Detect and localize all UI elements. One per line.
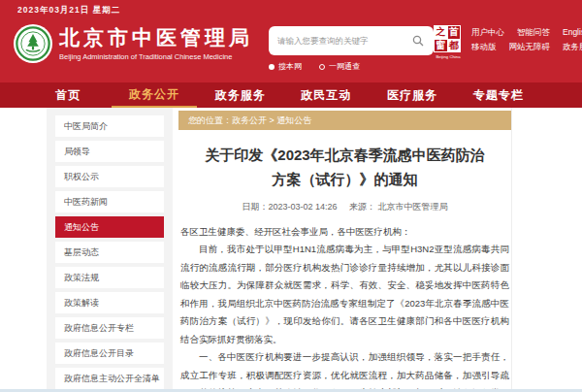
beijing-portal-seal-logo[interactable]: 之 首 窗 都 Beijing China <box>434 25 463 59</box>
sidebar-item-policies[interactable]: 政策法规 <box>55 267 164 288</box>
main-nav: 首页 政务公开 政务服务 政民互动 医疗服务 专题专栏 <box>0 82 582 108</box>
sidebar-item-info-disclosure-catalog[interactable]: 政府信息公开目录 <box>55 343 164 364</box>
sidebar-item-leadership[interactable]: 局领导 <box>55 141 164 162</box>
site-header: 2023年03月21日 星期二 北京市中医管理局 Beijing Adminis… <box>0 0 582 82</box>
sidebar-item-info-disclosure-list[interactable]: 政府信息主动公开全清单 <box>55 368 164 389</box>
article-body: 各区卫生健康委、经开区社会事业局，各中医医疗机构： 目前，我市处于以甲型H1N1… <box>180 223 509 392</box>
radio-label-this-site: 搜本网 <box>278 61 302 72</box>
radio-unselected-icon <box>319 64 325 70</box>
site-title: 北京市中医管理局 <box>59 26 253 49</box>
site-subtitle: Beijing Administration of Traditional Ch… <box>59 52 253 61</box>
radio-label-all-sites: 一网通查 <box>329 61 360 72</box>
nav-item-special-topics[interactable]: 专题专栏 <box>455 82 541 108</box>
current-date: 2023年03月21日 星期二 <box>17 5 120 16</box>
agency-emblem-icon <box>14 24 52 63</box>
article-date: 日期：2023-03-02 14:26 <box>242 202 337 212</box>
article-paragraph: 一、各中医医疗机构要进一步提高认识，加强组织领导，落实一把手责任，成立工作专班，… <box>180 348 509 392</box>
link-english[interactable]: English <box>563 25 582 40</box>
search-bar <box>269 26 434 55</box>
sidebar-item-tcm-news[interactable]: 中医药新闻 <box>55 191 164 212</box>
nav-item-home[interactable]: 首页 <box>25 82 112 108</box>
article-meta: 日期：2023-03-02 14:26 来源： 北京市中医管理局 <box>178 201 511 213</box>
nav-item-medical-services[interactable]: 医疗服务 <box>370 82 456 108</box>
link-mobile-version[interactable]: 移动版 <box>471 40 497 54</box>
seal-char: 首 <box>448 26 461 39</box>
article-source: 来源： 北京市中医管理局 <box>349 202 448 212</box>
page-body: 中医局简介 局领导 职权公示 中医药新闻 通知公告 基层动态 政策法规 政策解读… <box>0 108 582 389</box>
nav-item-gov-disclosure[interactable]: 政务公开 <box>112 82 198 108</box>
sidebar-item-policy-interpretation[interactable]: 政策解读 <box>55 292 164 313</box>
seal-char: 之 <box>435 26 447 39</box>
nav-item-public-interaction[interactable]: 政民互动 <box>283 82 370 108</box>
sidebar-item-duties[interactable]: 职权公示 <box>55 166 164 187</box>
sidebar-item-notices[interactable]: 通知公告 <box>55 216 164 238</box>
radio-selected-icon <box>269 64 275 70</box>
site-logo-home-link[interactable]: 北京市中医管理局 Beijing Administration of Tradi… <box>14 24 253 63</box>
seal-caption: Beijing China <box>436 53 461 58</box>
radio-search-all-sites[interactable]: 一网通查 <box>319 61 360 72</box>
link-gov-services[interactable]: 政务服务网 <box>563 40 582 54</box>
sidebar-menu: 中医局简介 局领导 职权公示 中医药新闻 通知公告 基层动态 政策法规 政策解读… <box>47 108 173 389</box>
article-paragraph: 各区卫生健康委、经开区社会事业局，各中医医疗机构： <box>180 223 509 242</box>
sidebar-item-about[interactable]: 中医局简介 <box>55 115 164 137</box>
search-input[interactable] <box>277 36 411 46</box>
link-accessibility[interactable]: 网站无障碍 <box>509 40 551 54</box>
link-smart-qa[interactable]: 智能问答 <box>517 25 550 40</box>
article-title: 关于印发《2023年北京春季流感中医药防治方案（试行）》的通知 <box>204 144 486 192</box>
sidebar-item-grassroots[interactable]: 基层动态 <box>55 242 164 263</box>
seal-char: 窗 <box>435 40 447 52</box>
sidebar-item-info-disclosure-column[interactable]: 政府信息公开专栏 <box>55 317 164 339</box>
search-icon[interactable] <box>411 34 425 48</box>
article-paragraph: 目前，我市处于以甲型H1N1流感病毒为主，与甲型H3N2亚型流感病毒共同流行的流… <box>180 241 509 348</box>
link-user-center[interactable]: 用户中心 <box>471 25 504 40</box>
radio-search-this-site[interactable]: 搜本网 <box>269 61 302 72</box>
seal-char: 都 <box>448 40 461 52</box>
article-panel: 您的位置：政务公开 > 通知公告 关于印发《2023年北京春季流感中医药防治方案… <box>178 108 512 389</box>
breadcrumb[interactable]: 您的位置：政务公开 > 通知公告 <box>178 111 511 130</box>
nav-item-gov-services[interactable]: 政务服务 <box>197 82 283 108</box>
